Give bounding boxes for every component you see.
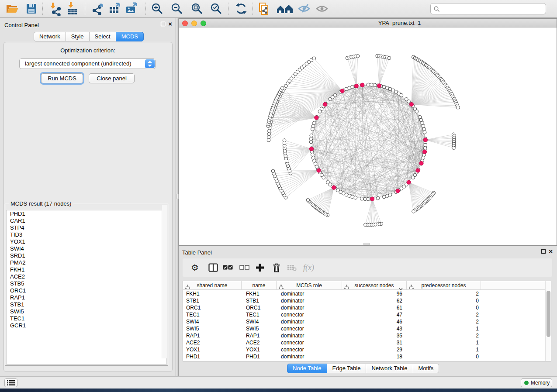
mcds-result-item[interactable]: TEC1 <box>7 315 166 322</box>
table-row[interactable]: YOX1YOX1connector291 <box>183 346 545 353</box>
mcds-node[interactable] <box>416 168 420 172</box>
zoom-out-icon[interactable] <box>170 2 184 16</box>
hide-selected-icon[interactable] <box>297 2 311 16</box>
mcds-node[interactable] <box>340 89 344 93</box>
network-node[interactable] <box>310 134 313 137</box>
tab-edge-table[interactable]: Edge Table <box>327 364 367 373</box>
mcds-result-item[interactable]: STP4 <box>7 224 166 231</box>
run-mcds-button[interactable]: Run MCDS <box>41 73 83 83</box>
network-node[interactable] <box>306 199 310 202</box>
float-panel-icon[interactable] <box>161 22 165 26</box>
mcds-node[interactable] <box>354 84 358 88</box>
open-file-icon[interactable] <box>5 2 19 16</box>
tab-network[interactable]: Network <box>34 32 66 41</box>
mcds-node[interactable] <box>360 83 364 87</box>
mcds-node[interactable] <box>309 147 313 151</box>
mcds-node[interactable] <box>315 116 318 120</box>
network-node[interactable] <box>382 195 386 199</box>
float-panel-icon[interactable] <box>541 249 546 254</box>
network-node[interactable] <box>412 176 415 179</box>
export-image-icon[interactable] <box>125 2 138 16</box>
add-column-icon[interactable] <box>256 262 264 273</box>
column-header-name[interactable]: name <box>242 281 277 290</box>
export-table-icon[interactable] <box>107 2 121 16</box>
mcds-result-item[interactable]: SWI4 <box>7 245 166 252</box>
mcds-result-item[interactable]: FKH1 <box>7 266 166 273</box>
mcds-list-scrollbar[interactable] <box>162 205 167 358</box>
column-header-shared-name[interactable]: shared name <box>183 281 242 290</box>
zoom-selected-icon[interactable] <box>209 2 223 16</box>
network-node[interactable] <box>376 196 380 200</box>
import-table-icon[interactable] <box>66 2 80 16</box>
column-header-predecessor-nodes[interactable]: predecessor nodes <box>407 281 481 290</box>
optimization-criterion-select[interactable]: largest connected component (undirected) <box>19 58 156 69</box>
export-network-icon[interactable] <box>91 2 105 16</box>
network-node[interactable] <box>363 197 367 201</box>
network-node[interactable] <box>367 197 370 201</box>
network-titlebar[interactable]: YPA_prune.txt_1 <box>179 19 557 28</box>
network-node[interactable] <box>356 55 360 58</box>
scrollbar-thumb[interactable] <box>547 291 550 337</box>
network-node[interactable] <box>422 124 425 128</box>
mcds-node[interactable] <box>370 197 374 201</box>
table-row[interactable]: STB1STB1dominator620 <box>183 297 545 304</box>
mcds-result-list[interactable]: PHD1CAR1STP4TID3YOX1SWI4SRD1PMA2FKH1ACE2… <box>6 210 167 364</box>
close-panel-button[interactable]: Close panel <box>89 73 135 83</box>
table-row[interactable]: SWI5SWI5connector431 <box>183 325 545 332</box>
table-row[interactable]: ORC1ORC1dominator610 <box>183 304 545 311</box>
network-node[interactable] <box>423 147 427 150</box>
tab-mcds[interactable]: MCDS <box>116 32 144 41</box>
network-node[interactable] <box>457 106 460 109</box>
network-node[interactable] <box>326 181 330 184</box>
tab-motifs[interactable]: Motifs <box>413 364 439 373</box>
show-all-icon[interactable] <box>315 2 329 16</box>
column-header-mcds-role[interactable]: MCDS role <box>277 281 342 290</box>
search-field[interactable] <box>430 3 546 14</box>
table-row[interactable]: SWI4SWI4dominator462 <box>183 318 545 325</box>
table-row[interactable]: TEC1TEC1connector472 <box>183 311 545 318</box>
network-node[interactable] <box>400 93 403 97</box>
tab-node-table[interactable]: Node Table <box>287 364 327 373</box>
network-node[interactable] <box>422 127 426 131</box>
mcds-node[interactable] <box>317 168 321 172</box>
task-history-button[interactable] <box>4 378 17 387</box>
search-input[interactable] <box>442 4 543 14</box>
mcds-result-item[interactable]: PMA2 <box>7 259 166 266</box>
select-all-rows-icon[interactable] <box>223 262 233 273</box>
column-visibility-icon[interactable] <box>208 262 218 273</box>
network-node[interactable] <box>367 83 370 86</box>
network-node[interactable] <box>452 146 456 150</box>
mcds-node[interactable] <box>332 186 336 189</box>
save-icon[interactable] <box>24 2 38 16</box>
mcds-node[interactable] <box>422 150 426 154</box>
mcds-result-item[interactable]: STB1 <box>7 301 166 308</box>
network-node[interactable] <box>360 197 363 200</box>
table-options-icon[interactable]: ⚙ <box>191 262 199 273</box>
zoom-fit-icon[interactable] <box>190 2 204 16</box>
tab-style[interactable]: Style <box>66 32 90 41</box>
tab-select[interactable]: Select <box>89 32 116 41</box>
zoom-in-icon[interactable] <box>150 2 164 16</box>
mcds-result-item[interactable]: SRD1 <box>7 252 166 259</box>
network-node[interactable] <box>311 153 314 156</box>
mcds-result-item[interactable]: YOX1 <box>7 238 166 245</box>
column-header-successor-nodes[interactable]: successor nodes <box>342 281 407 290</box>
network-node[interactable] <box>311 156 315 159</box>
network-node[interactable] <box>354 196 357 199</box>
first-neighbors-icon[interactable] <box>276 2 294 16</box>
import-network-icon[interactable] <box>48 2 62 16</box>
memory-button[interactable]: Memory <box>521 378 552 387</box>
network-node[interactable] <box>373 83 377 87</box>
network-node[interactable] <box>271 169 275 173</box>
network-node[interactable] <box>309 140 313 144</box>
network-node[interactable] <box>313 121 316 125</box>
network-node[interactable] <box>387 56 391 60</box>
table-row[interactable]: ACE2ACE2connector311 <box>183 339 545 346</box>
network-node[interactable] <box>424 143 427 147</box>
network-node[interactable] <box>312 57 316 60</box>
horizontal-splitter-grip[interactable] <box>363 243 370 245</box>
mcds-result-item[interactable]: ACE2 <box>7 273 166 280</box>
mcds-result-item[interactable]: TID3 <box>7 231 166 238</box>
mcds-result-item[interactable]: STB5 <box>7 280 166 287</box>
mcds-result-item[interactable]: ORC1 <box>7 287 166 294</box>
